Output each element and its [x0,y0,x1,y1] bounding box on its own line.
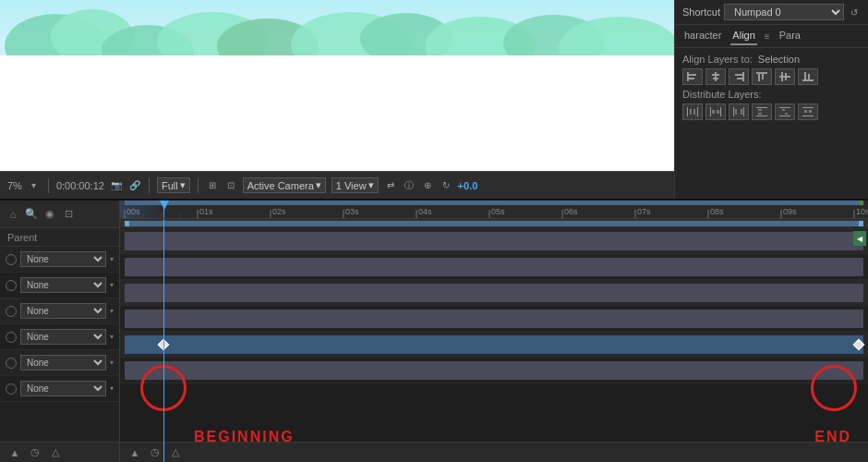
transfer-icon[interactable]: ⇄ [384,179,397,192]
camera-icon[interactable]: 📷 [110,179,123,192]
timeline-tracks: ◀ [120,219,868,462]
region-icon[interactable]: ⊡ [224,179,237,192]
shortcut-dropdown[interactable]: Numpad 0 [724,4,844,20]
tl-clock-icon[interactable]: ◷ [28,445,42,460]
track-end-marker-1: ◀ [853,231,866,246]
layer-solo-6[interactable] [6,383,17,395]
layer-chevron-6[interactable]: ▾ [110,384,114,393]
layer-parent-5[interactable]: None [20,355,106,371]
svg-text:04s: 04s [418,207,432,216]
tl-camera-icon[interactable]: ⌂ [6,207,20,222]
svg-rect-39 [735,109,737,115]
grid-icon[interactable]: ⊞ [206,179,219,192]
tl-goto-keyframe-icon[interactable]: ◷ [148,445,163,460]
layer-row-5: None ▾ [0,350,119,376]
tl-add-layer-icon[interactable]: ▲ [7,445,22,460]
info-icon[interactable]: ⓘ [403,179,416,192]
svg-rect-33 [710,107,711,116]
timecode[interactable]: 0:00:00:12 [56,180,104,191]
view-count-dropdown[interactable]: 1 View ▾ [332,177,379,193]
layer-chevron-4[interactable]: ▾ [110,333,114,341]
svg-rect-30 [697,107,698,116]
dist-hcenter-btn[interactable] [705,103,726,120]
align-right-btn[interactable] [729,68,749,85]
tab-menu-icon[interactable]: ≡ [765,31,770,42]
svg-rect-17 [742,72,744,81]
align-hcenter-btn[interactable] [705,68,726,85]
layer-solo-1[interactable] [6,254,17,265]
layer-bar-4[interactable] [125,310,863,328]
align-vcenter-btn[interactable] [775,68,795,85]
dist-right-btn[interactable] [729,103,749,120]
align-top-btn[interactable] [752,68,772,85]
tl-box-icon[interactable]: ⊡ [61,207,76,222]
align-left-btn[interactable] [682,68,703,85]
layer-parent-2[interactable]: None [20,277,106,293]
dist-left-btn[interactable] [682,103,703,120]
layer-solo-2[interactable] [6,280,17,291]
svg-rect-42 [756,116,767,116]
preview-area: 7% ▾ 0:00:00:12 📷 🔗 Full ▾ ⊞ ⊡ Active Ca… [0,0,674,199]
separator-1 [48,178,49,193]
layer-parent-6[interactable]: None [20,381,106,396]
layers-icon[interactable]: ⊕ [421,179,434,192]
layer-chevron-2[interactable]: ▾ [110,281,114,289]
tab-align[interactable]: Align [730,27,756,45]
work-area-end-handle[interactable] [859,221,863,226]
layer-solo-5[interactable] [6,358,17,369]
timeline-layers-list: None ▾ None ▾ None ▾ None ▾ None ▾ [0,247,119,442]
camera-view-dropdown[interactable]: Active Camera ▾ [243,177,326,193]
reset-icon[interactable]: ↺ [848,6,861,18]
layer-chevron-3[interactable]: ▾ [110,307,114,315]
layer-solo-4[interactable] [6,332,17,343]
tl-solo-icon[interactable]: ◉ [42,207,57,222]
svg-rect-13 [689,78,694,79]
resolution-dropdown[interactable]: Full ▾ [157,177,190,193]
svg-rect-27 [804,72,806,79]
zoom-level: 7% [7,180,22,191]
dist-bottom-btn[interactable] [798,103,818,120]
timeline-layers-header: Parent [0,228,119,247]
svg-text:02s: 02s [272,207,286,216]
svg-rect-15 [712,74,719,76]
top-section: 7% ▾ 0:00:00:12 📷 🔗 Full ▾ ⊞ ⊡ Active Ca… [0,0,868,199]
svg-rect-29 [687,107,688,116]
layer-solo-3[interactable] [6,306,17,317]
work-area-bar[interactable] [125,201,863,205]
dist-top-btn[interactable] [752,103,772,120]
tl-search-icon[interactable]: 🔍 [24,207,39,222]
layer-parent-1[interactable]: None [20,251,106,267]
layer-chevron-5[interactable]: ▾ [110,359,114,367]
link-icon[interactable]: 🔗 [128,179,141,192]
layer-bar-3[interactable] [125,284,863,302]
layer-bar-1[interactable] [125,232,863,250]
layer-parent-4[interactable]: None [20,329,106,345]
tl-add-keyframe-icon[interactable]: △ [168,445,183,460]
distribute-buttons-row [682,103,861,120]
svg-rect-49 [802,107,814,108]
layer-parent-3[interactable]: None [20,303,106,319]
playhead-triangle[interactable] [160,201,169,210]
tl-graph-icon[interactable]: △ [48,445,63,460]
svg-rect-24 [781,72,783,81]
tab-character[interactable]: haracter [682,27,723,45]
align-bottom-btn[interactable] [798,68,818,85]
svg-rect-10 [0,55,674,83]
layer-bar-5[interactable] [125,335,863,354]
svg-text:00s: 00s [127,207,140,216]
layer-chevron-1[interactable]: ▾ [110,255,114,263]
layer-bar-6[interactable] [125,361,863,380]
svg-rect-16 [713,78,718,79]
layer-row-4: None ▾ [0,324,119,350]
work-area-indicator[interactable] [125,221,863,226]
dropdown-arrow-icon[interactable]: ▾ [28,179,41,192]
timeline-ruler[interactable]: 00s 01s 02s 03s 04s 05s 06s 07s 08s 09s [120,201,868,219]
tab-paragraph[interactable]: Para [778,27,802,45]
svg-rect-14 [715,72,717,81]
dist-vcenter-btn[interactable] [775,103,795,120]
tl-goto-start-icon[interactable]: ▲ [127,445,142,460]
work-area-start-handle[interactable] [125,221,129,226]
svg-rect-18 [735,74,742,76]
layer-bar-2[interactable] [125,258,863,276]
render-icon[interactable]: ↻ [440,179,452,192]
